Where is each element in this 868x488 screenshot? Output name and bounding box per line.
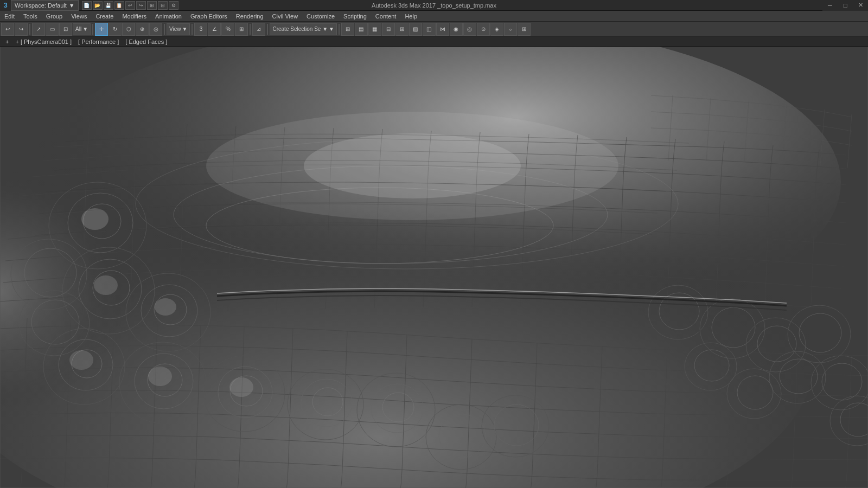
separator-7: [339, 24, 340, 35]
save-icon[interactable]: 💾: [104, 1, 113, 10]
close-button[interactable]: ✕: [853, 0, 868, 11]
display-7-button[interactable]: ⋈: [436, 23, 449, 36]
toolbar-icon1[interactable]: ⊞: [147, 1, 157, 10]
menu-item-content[interactable]: Content: [371, 11, 401, 22]
new-file-icon[interactable]: 📄: [82, 1, 92, 10]
main-toolbar: ↩ ↪ ↗ ▭ ⊡ All ▼ ✛ ↻ ⬡ ⊕ ◎ View ▼ 3 ∠ % ⊞…: [0, 22, 868, 37]
menu-item-help[interactable]: Help: [400, 11, 422, 22]
menu-item-tools[interactable]: Tools: [19, 11, 42, 22]
edit-geometry-button[interactable]: ⊿: [252, 23, 265, 36]
viewport-display-label[interactable]: [ Edged Faces ]: [122, 38, 170, 45]
viewport-background: [0, 47, 868, 488]
menu-item-create[interactable]: Create: [91, 11, 118, 22]
separator-6: [267, 24, 268, 35]
create-selection-label: Create Selection Se ▼: [272, 26, 328, 32]
select-region-button[interactable]: ▭: [46, 23, 59, 36]
menu-item-group[interactable]: Group: [42, 11, 67, 22]
redo-button[interactable]: ↪: [15, 23, 28, 36]
render-button4[interactable]: ◈: [490, 23, 503, 36]
viewport-camera-label[interactable]: + [ PhysCamera001 ]: [12, 38, 75, 45]
viewport-plus-label[interactable]: +: [2, 38, 12, 45]
menu-item-customize[interactable]: Customize: [302, 11, 339, 22]
render-button2[interactable]: ◎: [463, 23, 476, 36]
create-selection-dropdown[interactable]: Create Selection Se ▼ ▼: [270, 23, 337, 35]
separator-1: [29, 24, 30, 35]
snap-toggle-button[interactable]: 3: [194, 23, 207, 36]
select-manipulate-button[interactable]: ⊕: [136, 23, 149, 36]
menu-item-rendering[interactable]: Rendering: [232, 11, 268, 22]
menu-item-modifiers[interactable]: Modifiers: [118, 11, 151, 22]
undo-button[interactable]: ↩: [1, 23, 14, 36]
workspace-dropdown-icon: ▼: [69, 2, 75, 9]
select-object-button[interactable]: ↗: [32, 23, 45, 36]
render-button5[interactable]: ⬦: [504, 23, 517, 36]
reference-coord-dropdown[interactable]: View ▼: [167, 23, 190, 35]
menu-item-civil-view[interactable]: Civil View: [268, 11, 302, 22]
toolbar-icon2[interactable]: ⊟: [158, 1, 168, 10]
render-button3[interactable]: ⊙: [477, 23, 490, 36]
viewport-3d[interactable]: [0, 47, 868, 488]
angle-snap-button[interactable]: ∠: [208, 23, 221, 36]
render-button6[interactable]: ⊞: [518, 23, 531, 36]
separator-4: [192, 24, 193, 35]
open-file-icon[interactable]: 📂: [93, 1, 103, 10]
display-5-button[interactable]: ▧: [409, 23, 422, 36]
separator-3: [164, 24, 165, 35]
minimize-button[interactable]: ─: [822, 0, 838, 11]
maximize-button[interactable]: □: [838, 0, 853, 11]
menu-bar: EditToolsGroupViewsCreateModifiersAnimat…: [0, 11, 868, 22]
menu-item-graph-editors[interactable]: Graph Editors: [186, 11, 232, 22]
menu-item-edit[interactable]: Edit: [0, 11, 19, 22]
separator-5: [250, 24, 251, 35]
viewport-performance-label[interactable]: [ Performance ]: [75, 38, 122, 45]
undo-icon[interactable]: ↩: [125, 1, 135, 10]
workspace-button[interactable]: Workspace: Default ▼: [11, 0, 79, 11]
display-2-button[interactable]: ▦: [368, 23, 381, 36]
app-icon: 3: [0, 0, 11, 11]
window-controls: ─ □ ✕: [822, 0, 868, 11]
display-3-button[interactable]: ⊟: [382, 23, 395, 36]
select-scale-button[interactable]: ⬡: [122, 23, 135, 36]
menu-item-views[interactable]: Views: [67, 11, 91, 22]
viewport-label-bar: + + [ PhysCamera001 ] [ Performance ] [ …: [0, 37, 868, 47]
spinner-snap-button[interactable]: ⊞: [235, 23, 248, 36]
select-move-button[interactable]: ✛: [95, 23, 108, 36]
layer-manager-button[interactable]: ⊞: [341, 23, 354, 36]
title-bar: 3 Workspace: Default ▼ 📄 📂 💾 📋 ↩ ↪ ⊞ ⊟ ⚙…: [0, 0, 868, 11]
percent-snap-button[interactable]: %: [221, 23, 234, 36]
menu-item-scripting[interactable]: Scripting: [339, 11, 371, 22]
title-bar-icons: 📄 📂 💾 📋 ↩ ↪ ⊞ ⊟ ⚙: [82, 1, 178, 10]
select-filter-arrow: ▼: [82, 26, 88, 32]
select-rotate-button[interactable]: ↻: [108, 23, 122, 36]
save-as-icon[interactable]: 📋: [114, 1, 124, 10]
separator-2: [92, 24, 93, 35]
place-highlight-button[interactable]: ◎: [149, 23, 162, 36]
select-filter-label: All: [75, 26, 81, 32]
render-button1[interactable]: ◉: [450, 23, 463, 36]
display-1-button[interactable]: ▤: [355, 23, 368, 36]
menu-item-animation[interactable]: Animation: [151, 11, 186, 22]
ref-coord-label: View: [169, 26, 181, 32]
display-4-button[interactable]: ⊞: [395, 23, 409, 36]
window-title: Autodesk 3ds Max 2017 _topo_setup_tmp.ma…: [372, 2, 496, 9]
display-6-button[interactable]: ◫: [423, 23, 436, 36]
toolbar-icon3[interactable]: ⚙: [169, 1, 178, 10]
redo-icon[interactable]: ↪: [136, 1, 146, 10]
window-crossing-button[interactable]: ⊡: [59, 23, 72, 36]
select-filter-dropdown[interactable]: All ▼: [73, 23, 91, 35]
workspace-label: Workspace: Default: [15, 2, 67, 9]
